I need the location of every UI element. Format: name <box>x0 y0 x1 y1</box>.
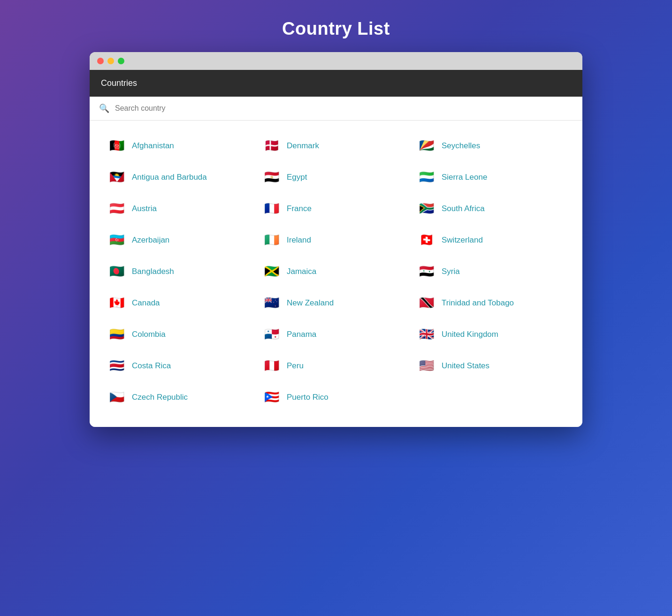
close-button[interactable] <box>97 58 104 64</box>
country-item[interactable]: 🇺🇸United States <box>413 350 568 381</box>
country-name: Costa Rica <box>132 361 171 371</box>
country-name: Sierra Leone <box>442 173 487 182</box>
app-window: Countries 🔍 🇦🇫Afghanistan🇩🇰Denmark🇸🇨Seyc… <box>90 52 582 427</box>
country-flag: 🇸🇾 <box>418 264 435 279</box>
country-item[interactable]: 🇫🇷France <box>259 193 413 224</box>
country-name: United States <box>442 361 489 371</box>
country-flag: 🇫🇷 <box>263 201 280 216</box>
country-item[interactable]: 🇬🇧United Kingdom <box>413 319 568 350</box>
country-flag: 🇦🇿 <box>108 233 125 247</box>
search-input[interactable] <box>115 104 573 113</box>
country-name: New Zealand <box>287 298 334 308</box>
country-name: Colombia <box>132 330 166 339</box>
country-name: Trinidad and Tobago <box>442 298 514 308</box>
country-item-empty <box>413 381 568 413</box>
country-item[interactable]: 🇵🇷Puerto Rico <box>259 381 413 413</box>
search-bar: 🔍 <box>90 97 582 121</box>
country-flag: 🇮🇪 <box>263 233 280 247</box>
search-icon: 🔍 <box>99 103 109 114</box>
window-header: Countries <box>90 70 582 97</box>
country-flag: 🇨🇦 <box>108 296 125 310</box>
country-item[interactable]: 🇨🇴Colombia <box>104 319 259 350</box>
country-flag: 🇨🇿 <box>108 390 125 404</box>
country-flag: 🇨🇷 <box>108 358 125 373</box>
country-item[interactable]: 🇮🇪Ireland <box>259 224 413 256</box>
country-item[interactable]: 🇨🇦Canada <box>104 287 259 319</box>
country-flag: 🇵🇷 <box>263 390 280 404</box>
country-item[interactable]: 🇵🇦Panama <box>259 319 413 350</box>
country-flag: 🇩🇰 <box>263 138 280 153</box>
country-name: Seychelles <box>442 141 480 151</box>
country-name: Peru <box>287 361 304 371</box>
country-item[interactable]: 🇸🇨Seychelles <box>413 130 568 161</box>
country-flag: 🇸🇱 <box>418 170 435 184</box>
country-list-container: 🇦🇫Afghanistan🇩🇰Denmark🇸🇨Seychelles🇦🇬Anti… <box>90 121 582 427</box>
country-grid: 🇦🇫Afghanistan🇩🇰Denmark🇸🇨Seychelles🇦🇬Anti… <box>104 130 568 413</box>
country-item[interactable]: 🇩🇰Denmark <box>259 130 413 161</box>
country-item[interactable]: 🇯🇲Jamaica <box>259 256 413 287</box>
country-name: Czech Republic <box>132 393 188 402</box>
country-item[interactable]: 🇦🇿Azerbaijan <box>104 224 259 256</box>
country-item[interactable]: 🇸🇾Syria <box>413 256 568 287</box>
minimize-button[interactable] <box>107 58 114 64</box>
country-flag: 🇯🇲 <box>263 264 280 279</box>
page-title: Country List <box>282 19 390 39</box>
country-name: Antigua and Barbuda <box>132 173 207 182</box>
country-flag: 🇸🇨 <box>418 138 435 153</box>
country-flag: 🇹🇹 <box>418 296 435 310</box>
country-flag: 🇦🇫 <box>108 138 125 153</box>
country-flag: 🇵🇪 <box>263 358 280 373</box>
country-flag: 🇨🇴 <box>108 327 125 342</box>
country-flag: 🇬🇧 <box>418 327 435 342</box>
country-name: France <box>287 204 312 213</box>
country-name: Switzerland <box>442 236 483 245</box>
country-flag: 🇿🇦 <box>418 201 435 216</box>
country-name: South Africa <box>442 204 485 213</box>
country-item[interactable]: 🇦🇹Austria <box>104 193 259 224</box>
country-flag: 🇦🇬 <box>108 170 125 184</box>
country-item[interactable]: 🇸🇱Sierra Leone <box>413 161 568 193</box>
country-name: United Kingdom <box>442 330 498 339</box>
country-item[interactable]: 🇳🇿New Zealand <box>259 287 413 319</box>
header-label: Countries <box>101 78 137 88</box>
country-item[interactable]: 🇨🇿Czech Republic <box>104 381 259 413</box>
country-item[interactable]: 🇹🇹Trinidad and Tobago <box>413 287 568 319</box>
country-item[interactable]: 🇵🇪Peru <box>259 350 413 381</box>
country-name: Denmark <box>287 141 319 151</box>
country-item[interactable]: 🇦🇬Antigua and Barbuda <box>104 161 259 193</box>
country-flag: 🇦🇹 <box>108 201 125 216</box>
country-name: Bangladesh <box>132 267 174 276</box>
country-name: Syria <box>442 267 460 276</box>
country-name: Panama <box>287 330 316 339</box>
country-item[interactable]: 🇦🇫Afghanistan <box>104 130 259 161</box>
country-item[interactable]: 🇧🇩Bangladesh <box>104 256 259 287</box>
country-name: Puerto Rico <box>287 393 328 402</box>
country-flag: 🇺🇸 <box>418 358 435 373</box>
country-name: Afghanistan <box>132 141 174 151</box>
country-flag: 🇪🇬 <box>263 170 280 184</box>
country-name: Ireland <box>287 236 311 245</box>
country-flag: 🇨🇭 <box>418 233 435 247</box>
country-name: Azerbaijan <box>132 236 169 245</box>
maximize-button[interactable] <box>118 58 124 64</box>
country-item[interactable]: 🇿🇦South Africa <box>413 193 568 224</box>
country-name: Austria <box>132 204 157 213</box>
country-name: Canada <box>132 298 160 308</box>
country-flag: 🇳🇿 <box>263 296 280 310</box>
country-item[interactable]: 🇪🇬Egypt <box>259 161 413 193</box>
country-flag: 🇧🇩 <box>108 264 125 279</box>
country-item[interactable]: 🇨🇷Costa Rica <box>104 350 259 381</box>
country-name: Egypt <box>287 173 307 182</box>
country-name: Jamaica <box>287 267 316 276</box>
country-item[interactable]: 🇨🇭Switzerland <box>413 224 568 256</box>
titlebar <box>90 52 582 70</box>
country-flag: 🇵🇦 <box>263 327 280 342</box>
